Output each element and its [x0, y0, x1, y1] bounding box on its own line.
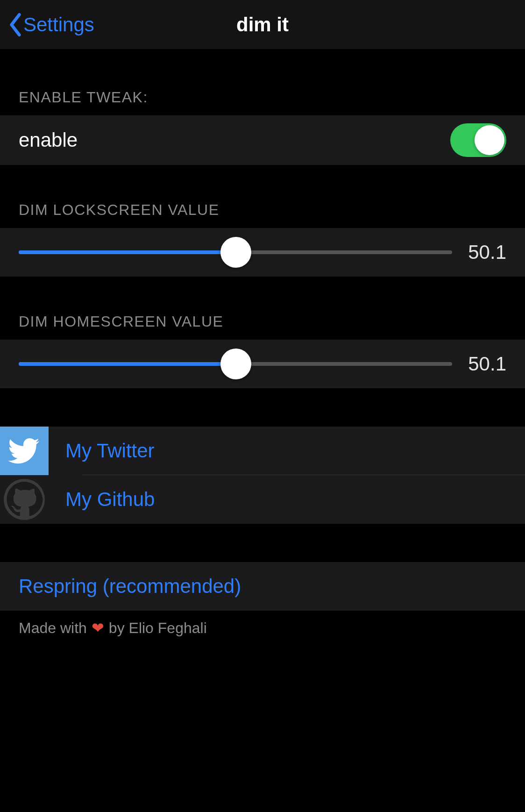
homescreen-slider-value: 50.1 — [466, 353, 506, 375]
slider-thumb[interactable] — [220, 237, 251, 268]
footer-post: by Elio Feghali — [109, 620, 207, 637]
respring-label: Respring (recommended) — [19, 575, 241, 598]
slider-thumb[interactable] — [220, 349, 251, 379]
enable-toggle[interactable] — [450, 123, 506, 157]
section-header-lockscreen: DIM LOCKSCREEN VALUE — [0, 165, 525, 228]
lockscreen-slider-cell: 50.1 — [0, 228, 525, 277]
homescreen-slider[interactable] — [19, 348, 452, 380]
slider-fill — [19, 250, 236, 254]
github-link-label: My Github — [49, 488, 525, 511]
respring-button[interactable]: Respring (recommended) — [0, 562, 525, 611]
section-header-homescreen: DIM HOMESCREEN VALUE — [0, 277, 525, 340]
heart-icon: ❤ — [92, 619, 104, 637]
twitter-link-label: My Twitter — [49, 440, 525, 462]
lockscreen-slider-value: 50.1 — [466, 241, 506, 264]
section-header-enable: ENABLE TWEAK: — [0, 50, 525, 115]
lockscreen-slider[interactable] — [19, 236, 452, 269]
chevron-left-icon — [8, 13, 22, 36]
footer-credit: Made with ❤ by Elio Feghali — [0, 611, 525, 645]
github-icon — [0, 475, 49, 524]
navbar: Settings dim it — [0, 0, 525, 50]
github-link[interactable]: My Github — [0, 475, 525, 524]
twitter-icon — [0, 427, 49, 475]
back-button[interactable]: Settings — [0, 13, 94, 36]
slider-fill — [19, 362, 236, 366]
back-label: Settings — [23, 14, 94, 36]
footer-pre: Made with — [19, 620, 87, 637]
twitter-link[interactable]: My Twitter — [0, 427, 525, 475]
enable-cell: enable — [0, 115, 525, 165]
homescreen-slider-cell: 50.1 — [0, 340, 525, 388]
toggle-knob — [475, 125, 504, 155]
enable-label: enable — [19, 129, 450, 151]
